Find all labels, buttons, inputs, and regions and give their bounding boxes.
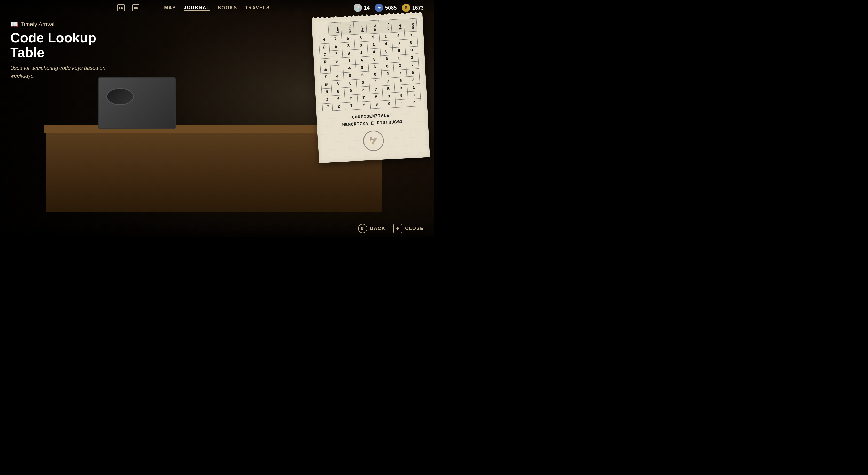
official-stamp: 🦅 bbox=[363, 130, 384, 152]
stats-bar: 🍶 14 ✦ 5085 ß 1673 bbox=[354, 4, 424, 12]
cell-d-4: 6 bbox=[380, 55, 394, 63]
cell-h-2: 2 bbox=[357, 86, 370, 95]
score-stat: ✦ 5085 bbox=[375, 4, 397, 12]
cell-g-0: 8 bbox=[331, 80, 344, 88]
nav-travels[interactable]: TRAVELS bbox=[245, 5, 270, 10]
cell-j-1: 7 bbox=[345, 102, 358, 110]
cell-g-3: 2 bbox=[369, 78, 382, 86]
row-label-d: D bbox=[320, 58, 331, 66]
col-ven: Ven. bbox=[378, 20, 392, 33]
cell-h-4: 5 bbox=[382, 85, 395, 93]
coin-value: 1673 bbox=[412, 5, 424, 11]
col-gio: Gio. bbox=[366, 21, 379, 34]
cell-i-4: 3 bbox=[382, 92, 395, 101]
nav-map[interactable]: MAP bbox=[164, 5, 176, 10]
cell-i-2: 7 bbox=[357, 94, 370, 102]
top-navigation: LB MAP JOURNAL BOOKS TRAVELS RB 🍶 14 ✦ 5… bbox=[0, 0, 434, 16]
bottom-bar: B BACK ⊕ CLOSE bbox=[0, 219, 434, 237]
row-label-j: J bbox=[322, 103, 333, 111]
cell-b-1: 3 bbox=[342, 42, 355, 50]
cell-e-2: 8 bbox=[356, 64, 369, 72]
row-label-i: I bbox=[322, 96, 333, 103]
cell-i-5: 9 bbox=[395, 92, 408, 100]
health-stat: 🍶 14 bbox=[354, 4, 370, 12]
back-btn-icon[interactable]: B bbox=[358, 224, 367, 233]
document-wrapper: Lun. Mar. Mer. Gio. Ven. Sab. Dom. A7539… bbox=[312, 13, 430, 163]
row-label-f: F bbox=[320, 73, 331, 81]
nav-center: MAP JOURNAL BOOKS TRAVELS bbox=[164, 5, 270, 11]
row-label-e: E bbox=[320, 66, 331, 74]
health-value: 14 bbox=[364, 5, 370, 11]
close-button[interactable]: ⊕ CLOSE bbox=[393, 224, 424, 233]
cell-e-0: 1 bbox=[331, 65, 343, 73]
cell-f-5: 7 bbox=[394, 69, 407, 78]
cell-c-0: 3 bbox=[330, 50, 343, 58]
cell-b-3: 1 bbox=[367, 40, 380, 49]
cell-a-6: 8 bbox=[405, 31, 417, 39]
health-icon: 🍶 bbox=[354, 4, 362, 12]
cell-d-5: 0 bbox=[393, 54, 406, 63]
cell-i-6: 1 bbox=[408, 91, 421, 99]
col-lun: Lun. bbox=[328, 22, 342, 36]
book-icon: 📖 bbox=[10, 21, 18, 28]
cell-f-2: 6 bbox=[356, 71, 369, 80]
col-mar: Mar. bbox=[341, 22, 354, 35]
cell-d-2: 4 bbox=[355, 56, 368, 65]
cell-j-3: 3 bbox=[370, 100, 383, 109]
cell-b-2: 9 bbox=[354, 41, 367, 50]
cell-a-5: 4 bbox=[392, 32, 405, 40]
mission-name: Timely Arrival bbox=[21, 21, 55, 28]
mission-label: 📖 Timely Arrival bbox=[10, 21, 119, 28]
cell-e-1: 4 bbox=[343, 64, 356, 72]
nav-books[interactable]: BOOKS bbox=[218, 5, 237, 10]
cell-d-1: 1 bbox=[343, 57, 355, 65]
cell-g-1: 6 bbox=[344, 79, 357, 88]
close-label: CLOSE bbox=[405, 226, 424, 231]
cell-a-3: 9 bbox=[367, 33, 379, 41]
row-label-h: H bbox=[321, 88, 332, 96]
cell-c-4: 8 bbox=[380, 48, 393, 56]
back-label: BACK bbox=[370, 226, 385, 231]
cell-j-6: 4 bbox=[408, 98, 421, 107]
cell-b-4: 4 bbox=[380, 40, 393, 48]
cell-i-1: 2 bbox=[345, 94, 358, 102]
close-btn-icon[interactable]: ⊕ bbox=[393, 224, 402, 233]
col-dom: Dom. bbox=[404, 18, 417, 32]
score-value: 5085 bbox=[385, 5, 397, 11]
cell-e-3: 6 bbox=[368, 63, 381, 71]
cell-g-2: 0 bbox=[356, 79, 369, 87]
cell-j-0: 2 bbox=[333, 102, 345, 111]
cell-f-1: 8 bbox=[343, 72, 356, 80]
cell-h-1: 0 bbox=[344, 87, 357, 95]
cell-h-3: 7 bbox=[369, 86, 382, 94]
cell-b-6: 6 bbox=[405, 39, 418, 47]
cell-b-0: 5 bbox=[330, 42, 342, 51]
col-sab: Sab. bbox=[391, 19, 404, 32]
back-button[interactable]: B BACK bbox=[358, 224, 385, 233]
cell-g-5: 5 bbox=[394, 77, 407, 85]
star-icon: ✦ bbox=[375, 4, 383, 12]
nav-journal[interactable]: JOURNAL bbox=[184, 5, 210, 11]
cell-j-5: 1 bbox=[395, 99, 408, 108]
cell-b-5: 8 bbox=[392, 39, 405, 48]
cell-a-4: 1 bbox=[379, 33, 392, 41]
cell-i-0: 0 bbox=[332, 95, 345, 103]
item-description: Used for deciphering code keys based on … bbox=[10, 64, 108, 80]
cell-f-4: 2 bbox=[381, 70, 394, 78]
row-label-a: A bbox=[319, 36, 330, 44]
row-label-b: B bbox=[319, 43, 330, 52]
cell-g-4: 7 bbox=[381, 78, 395, 86]
rb-button[interactable]: RB bbox=[132, 4, 140, 11]
cell-c-6: 0 bbox=[405, 46, 418, 55]
cell-c-5: 6 bbox=[393, 47, 406, 55]
cell-a-1: 5 bbox=[342, 35, 354, 43]
cell-c-1: 9 bbox=[342, 50, 355, 58]
cell-c-2: 1 bbox=[355, 49, 368, 57]
lb-button[interactable]: LB bbox=[117, 4, 125, 11]
cell-h-6: 1 bbox=[407, 84, 420, 92]
cell-f-6: 5 bbox=[406, 69, 419, 77]
cell-d-0: 9 bbox=[330, 58, 343, 66]
cell-a-2: 3 bbox=[354, 34, 367, 42]
cell-f-0: 4 bbox=[331, 72, 344, 81]
document-footer: CONFIDENZIALE! MEMORIZZA E DISTRUGGI 🦅 bbox=[323, 110, 423, 154]
